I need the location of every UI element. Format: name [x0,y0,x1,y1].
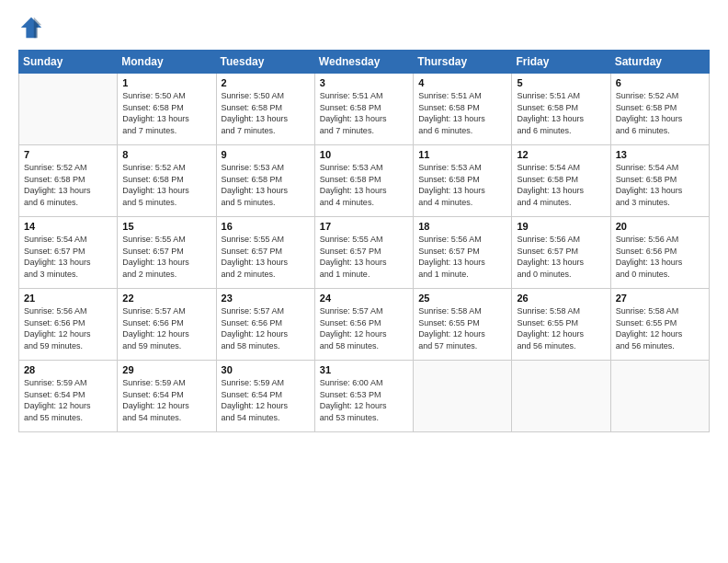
col-header-monday: Monday [118,51,216,74]
cell-info: Sunrise: 5:53 AMSunset: 6:58 PMDaylight:… [418,162,506,208]
calendar-cell: 29Sunrise: 5:59 AMSunset: 6:54 PMDayligh… [118,361,216,432]
day-number: 28 [24,364,112,375]
col-header-saturday: Saturday [610,51,709,74]
cell-info: Sunrise: 5:57 AMSunset: 6:56 PMDaylight:… [122,305,210,351]
calendar-cell: 26Sunrise: 5:58 AMSunset: 6:55 PMDayligh… [512,289,610,361]
day-number: 5 [517,77,605,88]
col-header-tuesday: Tuesday [216,51,314,74]
col-header-wednesday: Wednesday [314,51,413,74]
calendar-cell: 15Sunrise: 5:55 AMSunset: 6:57 PMDayligh… [118,217,216,289]
day-number: 1 [122,77,210,88]
cell-info: Sunrise: 6:00 AMSunset: 6:53 PMDaylight:… [320,377,408,423]
day-number: 6 [616,77,704,88]
day-number: 17 [320,221,408,232]
cell-info: Sunrise: 5:54 AMSunset: 6:58 PMDaylight:… [517,162,605,208]
day-number: 22 [122,293,210,304]
cell-info: Sunrise: 5:56 AMSunset: 6:56 PMDaylight:… [24,305,112,351]
day-number: 18 [418,221,506,232]
calendar-cell: 24Sunrise: 5:57 AMSunset: 6:56 PMDayligh… [314,289,413,361]
calendar-cell: 19Sunrise: 5:56 AMSunset: 6:57 PMDayligh… [512,217,610,289]
cell-info: Sunrise: 5:57 AMSunset: 6:56 PMDaylight:… [222,305,310,351]
cell-info: Sunrise: 5:59 AMSunset: 6:54 PMDaylight:… [122,377,210,423]
header [18,15,710,40]
calendar-cell: 8Sunrise: 5:52 AMSunset: 6:58 PMDaylight… [118,145,216,217]
calendar-cell: 28Sunrise: 5:59 AMSunset: 6:54 PMDayligh… [19,361,118,432]
calendar-cell: 16Sunrise: 5:55 AMSunset: 6:57 PMDayligh… [216,217,314,289]
cell-info: Sunrise: 5:58 AMSunset: 6:55 PMDaylight:… [517,305,605,351]
cell-info: Sunrise: 5:56 AMSunset: 6:56 PMDaylight:… [616,234,704,280]
calendar-header-row: SundayMondayTuesdayWednesdayThursdayFrid… [19,51,710,74]
day-number: 3 [320,77,408,88]
cell-info: Sunrise: 5:55 AMSunset: 6:57 PMDaylight:… [320,234,408,280]
calendar-cell: 12Sunrise: 5:54 AMSunset: 6:58 PMDayligh… [512,145,610,217]
cell-info: Sunrise: 5:54 AMSunset: 6:57 PMDaylight:… [24,234,112,280]
calendar-cell: 1Sunrise: 5:50 AMSunset: 6:58 PMDaylight… [118,74,216,145]
day-number: 11 [418,149,506,160]
day-number: 10 [320,149,408,160]
calendar-cell: 17Sunrise: 5:55 AMSunset: 6:57 PMDayligh… [314,217,413,289]
cell-info: Sunrise: 5:59 AMSunset: 6:54 PMDaylight:… [24,377,112,423]
calendar-week-row: 28Sunrise: 5:59 AMSunset: 6:54 PMDayligh… [19,361,710,432]
day-number: 9 [222,149,310,160]
day-number: 13 [616,149,704,160]
calendar-cell [610,361,709,432]
day-number: 12 [517,149,605,160]
calendar-cell [512,361,610,432]
day-number: 2 [222,77,310,88]
cell-info: Sunrise: 5:52 AMSunset: 6:58 PMDaylight:… [122,162,210,208]
calendar-cell: 9Sunrise: 5:53 AMSunset: 6:58 PMDaylight… [216,145,314,217]
cell-info: Sunrise: 5:58 AMSunset: 6:55 PMDaylight:… [418,305,506,351]
calendar-cell: 3Sunrise: 5:51 AMSunset: 6:58 PMDaylight… [314,74,413,145]
day-number: 15 [122,221,210,232]
calendar-cell [19,74,118,145]
cell-info: Sunrise: 5:51 AMSunset: 6:58 PMDaylight:… [517,90,605,136]
cell-info: Sunrise: 5:56 AMSunset: 6:57 PMDaylight:… [517,234,605,280]
calendar-cell: 5Sunrise: 5:51 AMSunset: 6:58 PMDaylight… [512,74,610,145]
cell-info: Sunrise: 5:56 AMSunset: 6:57 PMDaylight:… [418,234,506,280]
day-number: 25 [418,293,506,304]
day-number: 4 [418,77,506,88]
cell-info: Sunrise: 5:55 AMSunset: 6:57 PMDaylight:… [122,234,210,280]
cell-info: Sunrise: 5:59 AMSunset: 6:54 PMDaylight:… [222,377,310,423]
calendar-cell: 18Sunrise: 5:56 AMSunset: 6:57 PMDayligh… [414,217,512,289]
day-number: 29 [122,364,210,375]
day-number: 30 [222,364,310,375]
day-number: 24 [320,293,408,304]
page: SundayMondayTuesdayWednesdayThursdayFrid… [0,0,728,563]
cell-info: Sunrise: 5:54 AMSunset: 6:58 PMDaylight:… [616,162,704,208]
cell-info: Sunrise: 5:52 AMSunset: 6:58 PMDaylight:… [616,90,704,136]
day-number: 31 [320,364,408,375]
calendar-cell: 27Sunrise: 5:58 AMSunset: 6:55 PMDayligh… [610,289,709,361]
day-number: 19 [517,221,605,232]
svg-marker-0 [21,17,41,38]
day-number: 27 [616,293,704,304]
cell-info: Sunrise: 5:58 AMSunset: 6:55 PMDaylight:… [616,305,704,351]
calendar-cell: 10Sunrise: 5:53 AMSunset: 6:58 PMDayligh… [314,145,413,217]
calendar-cell: 7Sunrise: 5:52 AMSunset: 6:58 PMDaylight… [19,145,118,217]
day-number: 23 [222,293,310,304]
calendar-cell: 20Sunrise: 5:56 AMSunset: 6:56 PMDayligh… [610,217,709,289]
cell-info: Sunrise: 5:53 AMSunset: 6:58 PMDaylight:… [320,162,408,208]
col-header-thursday: Thursday [414,51,512,74]
day-number: 14 [24,221,112,232]
cell-info: Sunrise: 5:51 AMSunset: 6:58 PMDaylight:… [418,90,506,136]
calendar-cell: 30Sunrise: 5:59 AMSunset: 6:54 PMDayligh… [216,361,314,432]
col-header-sunday: Sunday [19,51,118,74]
logo-icon [18,15,44,40]
calendar-cell: 14Sunrise: 5:54 AMSunset: 6:57 PMDayligh… [19,217,118,289]
calendar-cell: 25Sunrise: 5:58 AMSunset: 6:55 PMDayligh… [414,289,512,361]
calendar-cell: 21Sunrise: 5:56 AMSunset: 6:56 PMDayligh… [19,289,118,361]
calendar-cell: 2Sunrise: 5:50 AMSunset: 6:58 PMDaylight… [216,74,314,145]
cell-info: Sunrise: 5:55 AMSunset: 6:57 PMDaylight:… [222,234,310,280]
logo [18,15,48,40]
cell-info: Sunrise: 5:50 AMSunset: 6:58 PMDaylight:… [222,90,310,136]
cell-info: Sunrise: 5:53 AMSunset: 6:58 PMDaylight:… [222,162,310,208]
day-number: 16 [222,221,310,232]
calendar-week-row: 1Sunrise: 5:50 AMSunset: 6:58 PMDaylight… [19,74,710,145]
day-number: 26 [517,293,605,304]
calendar-cell: 22Sunrise: 5:57 AMSunset: 6:56 PMDayligh… [118,289,216,361]
calendar-cell: 31Sunrise: 6:00 AMSunset: 6:53 PMDayligh… [314,361,413,432]
calendar-week-row: 21Sunrise: 5:56 AMSunset: 6:56 PMDayligh… [19,289,710,361]
calendar-week-row: 7Sunrise: 5:52 AMSunset: 6:58 PMDaylight… [19,145,710,217]
calendar-cell: 13Sunrise: 5:54 AMSunset: 6:58 PMDayligh… [610,145,709,217]
